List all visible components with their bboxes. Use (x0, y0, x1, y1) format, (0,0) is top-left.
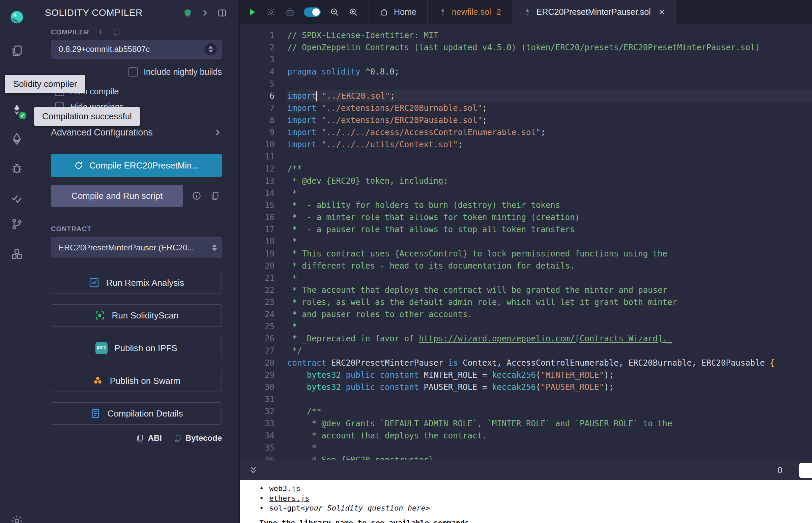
code-line[interactable]: import "../extensions/ERC20Burnable.sol"… (287, 102, 812, 114)
advanced-configurations-row[interactable]: Advanced Configurations (51, 127, 222, 138)
code-line[interactable]: * roles, as well as the default admin ro… (287, 296, 812, 308)
code-line[interactable] (287, 393, 812, 405)
line-number: 13 (240, 175, 275, 187)
code-line[interactable]: import "../../../access/AccessControlEnu… (287, 126, 812, 139)
code-line[interactable]: bytes32 public constant MINTER_ROLE = ke… (287, 369, 812, 381)
compiler-version-select[interactable]: 0.8.29+commit.ab55807c (51, 40, 222, 59)
line-number: 7 (240, 102, 275, 114)
code-line[interactable]: * (287, 442, 812, 454)
deploy-and-run-icon[interactable] (10, 131, 24, 146)
code-line[interactable]: * - a pauser role that allows to stop al… (287, 223, 812, 236)
copy-bytecode-button[interactable]: Bytecode (173, 433, 222, 443)
code-line[interactable]: */ (287, 345, 812, 357)
code-line[interactable]: * (287, 272, 812, 284)
code-line[interactable]: * (287, 187, 812, 199)
publish-on-ipfs-button[interactable]: IPFS Publish on IPFS (51, 337, 222, 359)
file-explorer-icon[interactable] (10, 43, 24, 58)
compilation-details-button[interactable]: Compilation Details (51, 402, 222, 425)
code-line[interactable]: import "../../../utils/Context.sol"; (287, 139, 812, 151)
code-line[interactable]: * - a minter role that allows for token … (287, 211, 812, 223)
ai-copilot-toggle[interactable] (304, 7, 321, 17)
line-number: 10 (240, 139, 275, 151)
run-remix-analysis-button[interactable]: Run Remix Analysis (51, 272, 222, 294)
line-number: 14 (240, 187, 275, 199)
contract-select[interactable]: ERC20PresetMinterPauser (ERC20... (51, 237, 222, 258)
line-number: 2 (240, 41, 275, 54)
shield-security-icon[interactable] (183, 8, 192, 18)
close-tab-icon[interactable]: × (659, 7, 665, 17)
unit-testing-icon[interactable] (10, 191, 24, 205)
code-line[interactable]: // SPDX-License-Identifier: MIT (287, 29, 812, 41)
code-line[interactable]: * @dev Grants `DEFAULT_ADMIN_ROLE`, `MIN… (287, 417, 812, 430)
terminal-library-link[interactable]: ethers.js (269, 493, 309, 503)
compile-and-run-button[interactable]: Compile and Run script (51, 185, 183, 207)
code-line[interactable]: * account that deploys the contract. (287, 430, 812, 442)
code-line[interactable]: bytes32 public constant PAUSER_ROLE = ke… (287, 381, 812, 393)
git-branch-icon[interactable] (10, 217, 24, 232)
code-line[interactable]: /** (287, 163, 812, 175)
code-line[interactable]: // OpenZeppelin Contracts (last updated … (287, 41, 812, 54)
action-label: Publish on Swarm (110, 376, 181, 386)
line-number: 36 (240, 454, 275, 459)
add-compiler-icon[interactable] (97, 28, 105, 36)
code-line[interactable]: * different roles - head to its document… (287, 260, 812, 272)
code-editor[interactable]: 1234567891011121314151617181920212223242… (240, 24, 812, 459)
tab-newfile[interactable]: newfile.sol 2 (428, 0, 512, 24)
terminal-placeholder-text: <your Solidity question here> (300, 503, 430, 513)
main-area: Home newfile.sol 2 ERC20PresetMinterPaus… (240, 0, 812, 523)
code-line[interactable]: * - ability for holders to burn (destroy… (287, 199, 812, 211)
terminal-search-input[interactable] (799, 463, 812, 478)
line-number: 15 (240, 199, 275, 211)
code-line[interactable]: * (287, 321, 812, 332)
code-line[interactable]: /** (287, 405, 812, 417)
copy-script-icon[interactable] (210, 191, 219, 200)
code-line[interactable]: * @dev {ERC20} token, including: (287, 175, 812, 187)
code-line[interactable]: import "../extensions/ERC20Pausable.sol"… (287, 114, 812, 126)
code-line[interactable] (287, 151, 812, 163)
script-config-gear-icon[interactable] (266, 7, 276, 17)
ipfs-icon: IPFS (95, 342, 108, 354)
code-line[interactable] (287, 78, 812, 90)
code-line[interactable]: import "../ERC20.sol"; (287, 90, 812, 102)
panel-layout-icon[interactable] (217, 8, 227, 18)
run-solidityscan-button[interactable]: Run SolidityScan (51, 304, 222, 327)
tab-erc20presetminterpauser[interactable]: ERC20PresetMinterPauser.sol × (512, 0, 676, 24)
plugin-manager-icon[interactable] (10, 247, 24, 262)
code-line[interactable] (287, 54, 812, 66)
run-script-play-icon[interactable] (247, 7, 257, 17)
info-icon[interactable] (192, 191, 201, 200)
compile-run-row: Compile and Run script (51, 185, 222, 207)
bytecode-label: Bytecode (186, 433, 222, 443)
chevron-right-icon[interactable] (200, 8, 209, 18)
code-line[interactable]: * _Deprecated in favor of https://wizard… (287, 332, 812, 345)
code-line[interactable]: * See {ERC20-constructor}. (287, 454, 812, 459)
ai-copilot-robot-icon[interactable] (285, 7, 295, 17)
action-label: Compilation Details (108, 409, 183, 419)
nightly-builds-checkbox[interactable] (128, 67, 138, 76)
terminal-output[interactable]: •web3.js•ethers.js•sol-gpt <your Solidit… (240, 480, 812, 523)
remix-logo-icon[interactable] (10, 9, 24, 25)
copy-version-icon[interactable] (112, 28, 120, 36)
code-line[interactable]: pragma solidity ^0.8.0; (287, 66, 812, 78)
zoom-in-icon[interactable] (348, 7, 358, 17)
debugger-bug-icon[interactable] (10, 161, 24, 176)
panel-resize-handle[interactable] (238, 0, 240, 523)
zoom-out-icon[interactable] (330, 7, 339, 17)
terminal-entries: •web3.js•ethers.js•sol-gpt <your Solidit… (259, 484, 812, 513)
line-number: 32 (240, 405, 275, 417)
publish-on-swarm-button[interactable]: Publish on Swarm (51, 370, 222, 392)
editor-code[interactable]: // SPDX-License-Identifier: MIT// OpenZe… (287, 29, 812, 459)
copy-abi-button[interactable]: ABI (136, 433, 162, 443)
compile-button[interactable]: Compile ERC20PresetMin... (51, 154, 222, 177)
code-line[interactable]: contract ERC20PresetMinterPauser is Cont… (287, 357, 812, 369)
expand-terminal-icon[interactable] (248, 465, 258, 475)
code-line[interactable]: * and pauser roles to other accounts. (287, 308, 812, 321)
terminal-library-link[interactable]: web3.js (269, 484, 300, 493)
tab-active-label: ERC20PresetMinterPauser.sol (536, 7, 651, 17)
tab-home[interactable]: Home (369, 0, 428, 24)
code-line[interactable]: * This contract uses {AccessControl} to … (287, 248, 812, 260)
settings-gear-icon[interactable] (10, 513, 24, 523)
solidity-compiler-icon[interactable]: ✓ (10, 103, 24, 117)
code-line[interactable]: * The account that deploys the contract … (287, 284, 812, 296)
code-line[interactable]: * (287, 236, 812, 248)
